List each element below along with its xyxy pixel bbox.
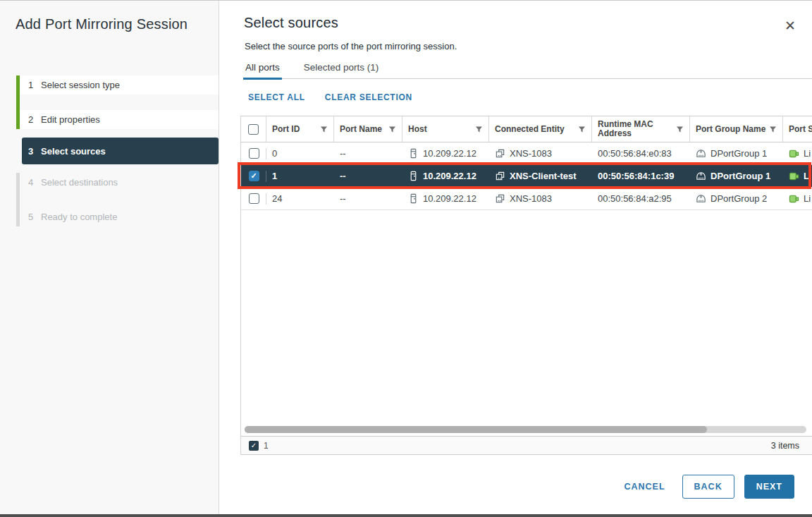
page-title: Select sources bbox=[244, 15, 338, 31]
selection-actions: SELECT ALL CLEAR SELECTION bbox=[248, 92, 412, 102]
column-header-port-state[interactable]: Port State bbox=[783, 116, 812, 142]
link-up-icon bbox=[789, 171, 799, 181]
cell-connected-entity: XNS-1083 bbox=[489, 142, 592, 164]
cell-port-state: L bbox=[783, 165, 812, 187]
dialog-bottom-edge bbox=[0, 514, 812, 517]
cell-host: 10.209.22.12 bbox=[402, 142, 489, 164]
step-label: Edit properties bbox=[41, 114, 100, 125]
filter-icon[interactable] bbox=[388, 126, 396, 133]
column-header-port-id[interactable]: Port ID bbox=[266, 116, 334, 142]
step-select-sources-active[interactable]: 3 Select sources bbox=[22, 138, 219, 164]
wizard-steps-future-group: 4 Select destinations 5 Ready to complet… bbox=[16, 173, 219, 226]
step-number: 3 bbox=[28, 146, 41, 157]
cell-connected-entity: XNS-1083 bbox=[489, 188, 592, 209]
select-all-checkbox[interactable] bbox=[248, 124, 259, 135]
step-number: 2 bbox=[28, 114, 41, 125]
link-up-icon bbox=[789, 148, 799, 159]
step-label: Ready to complete bbox=[41, 212, 117, 222]
close-icon[interactable]: ✕ bbox=[781, 16, 799, 35]
port-group-icon bbox=[696, 171, 706, 181]
step-number: 4 bbox=[28, 177, 41, 188]
grid-viewport: Port ID Port Name Host bbox=[241, 116, 812, 424]
tab-all-ports[interactable]: All ports bbox=[245, 61, 281, 78]
step-select-destinations: 4 Select destinations bbox=[20, 173, 219, 192]
cell-runtime-mac: 00:50:56:84:1c:39 bbox=[592, 165, 690, 187]
cell-host: 10.209.22.12 bbox=[402, 188, 489, 209]
filter-icon[interactable] bbox=[769, 126, 777, 133]
cancel-button[interactable]: CANCEL bbox=[617, 482, 672, 492]
cell-runtime-mac: 00:50:56:84:e0:83 bbox=[592, 142, 690, 164]
cell-port-state: Li bbox=[783, 142, 812, 164]
filter-icon[interactable] bbox=[320, 126, 328, 133]
step-label: Select session type bbox=[41, 80, 120, 90]
back-button[interactable]: BACK bbox=[682, 475, 734, 499]
items-count: 3 items bbox=[771, 441, 799, 451]
wizard-content: ✕ Select sources Select the source ports… bbox=[220, 1, 812, 515]
next-button[interactable]: NEXT bbox=[744, 475, 794, 499]
cell-port-id: 1 bbox=[266, 165, 334, 187]
cell-connected-entity: XNS-Client-test bbox=[489, 165, 592, 187]
cell-port-name: -- bbox=[334, 188, 402, 209]
cell-port-group: DPortGroup 2 bbox=[690, 188, 783, 209]
step-number: 1 bbox=[28, 80, 41, 90]
column-header-connected-entity[interactable]: Connected Entity bbox=[489, 116, 592, 142]
wizard-sidebar: Add Port Mirroring Session 1 Select sess… bbox=[0, 1, 219, 515]
vm-icon bbox=[495, 148, 505, 159]
column-header-host[interactable]: Host bbox=[402, 116, 489, 142]
selected-count-checkbox-icon[interactable]: ✓ bbox=[249, 441, 259, 451]
horizontal-scrollbar bbox=[241, 424, 812, 436]
cell-port-name: -- bbox=[334, 142, 402, 164]
cell-port-group: DPortGroup 1 bbox=[690, 142, 783, 164]
table-row[interactable]: 24 -- 10.209.22.12 XNS-1083 00 bbox=[241, 188, 812, 210]
step-select-session-type[interactable]: 1 Select session type bbox=[20, 75, 219, 95]
column-header-runtime-mac[interactable]: Runtime MAC Address bbox=[592, 116, 690, 142]
step-label: Select destinations bbox=[41, 177, 118, 188]
grid-footer: ✓ 1 3 items bbox=[241, 436, 812, 455]
row-checkbox[interactable] bbox=[249, 193, 259, 204]
cell-port-id: 24 bbox=[266, 188, 334, 209]
wizard-steps: 1 Select session type 2 Edit properties … bbox=[16, 75, 219, 226]
port-group-icon bbox=[696, 193, 706, 204]
cell-host: 10.209.22.12 bbox=[402, 165, 489, 187]
vm-icon bbox=[495, 193, 505, 204]
table-row[interactable]: 0 -- 10.209.22.12 XNS-1083 00: bbox=[241, 142, 812, 165]
step-edit-properties[interactable]: 2 Edit properties bbox=[20, 110, 219, 129]
row-checkbox-checked[interactable]: ✓ bbox=[249, 171, 259, 181]
filter-icon[interactable] bbox=[676, 126, 684, 133]
table-header-row: Port ID Port Name Host bbox=[241, 116, 812, 142]
column-header-port-name[interactable]: Port Name bbox=[334, 116, 402, 142]
scrollbar-track[interactable] bbox=[245, 426, 806, 433]
step-label: Select sources bbox=[41, 146, 106, 157]
selected-count: 1 bbox=[264, 441, 269, 451]
host-icon bbox=[408, 171, 419, 181]
cell-port-state: Li bbox=[783, 188, 812, 209]
host-icon bbox=[408, 148, 419, 159]
cell-port-group: DPortGroup 1 bbox=[690, 165, 783, 187]
tab-selected-ports[interactable]: Selected ports (1) bbox=[303, 61, 380, 78]
wizard-steps-completed-group: 1 Select session type 2 Edit properties bbox=[16, 75, 219, 129]
dialog-title: Add Port Mirroring Session bbox=[16, 15, 199, 33]
step-ready-to-complete: 5 Ready to complete bbox=[20, 207, 219, 226]
link-up-icon bbox=[789, 193, 799, 204]
port-group-icon bbox=[696, 148, 706, 159]
select-all-button[interactable]: SELECT ALL bbox=[248, 92, 305, 102]
column-header-port-group[interactable]: Port Group Name bbox=[690, 116, 783, 142]
cell-runtime-mac: 00:50:56:84:a2:95 bbox=[592, 188, 690, 209]
scrollbar-thumb[interactable] bbox=[245, 426, 707, 433]
page-subtitle: Select the source ports of the port mirr… bbox=[245, 41, 457, 51]
clear-selection-button[interactable]: CLEAR SELECTION bbox=[325, 92, 412, 102]
dialog-buttons: CANCEL BACK NEXT bbox=[617, 475, 794, 499]
ports-grid: Port ID Port Name Host bbox=[240, 116, 812, 455]
vm-icon bbox=[495, 171, 505, 181]
table-row-selected[interactable]: ✓ 1 -- 10.209.22.12 XNS-Client-test bbox=[241, 165, 812, 188]
row-checkbox[interactable] bbox=[249, 148, 259, 159]
cell-port-name: -- bbox=[334, 165, 402, 187]
host-icon bbox=[408, 193, 419, 204]
ports-tabs: All ports Selected ports (1) bbox=[245, 61, 812, 79]
filter-icon[interactable] bbox=[578, 126, 586, 133]
filter-icon[interactable] bbox=[475, 126, 483, 133]
step-number: 5 bbox=[28, 212, 41, 222]
cell-port-id: 0 bbox=[266, 142, 334, 164]
